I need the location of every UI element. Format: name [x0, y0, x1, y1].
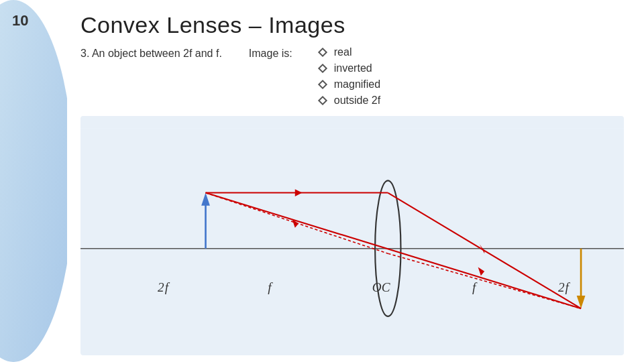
diamond-icon-outside2f [318, 96, 327, 105]
sidebar-background [0, 0, 67, 362]
diamond-icon-magnified [318, 80, 327, 89]
sidebar: 10 [0, 0, 67, 362]
bullet-inverted: inverted [319, 62, 380, 74]
svg-text:2: 2 [158, 280, 164, 294]
bullet-outside2f: outside 2f [319, 95, 380, 107]
diamond-icon-inverted [318, 64, 327, 73]
bullet-outside2f-label: outside 2f [334, 95, 380, 107]
bullet-magnified-label: magnified [334, 78, 380, 90]
diagram-container: 2 f f OC f 2 f [80, 116, 624, 355]
slide-number: 10 [12, 12, 28, 29]
svg-text:2: 2 [558, 280, 565, 294]
image-is-label: Image is: [249, 46, 292, 60]
subtitle-row: 3. An object between 2f and f. Image is:… [80, 46, 624, 107]
optics-diagram: 2 f f OC f 2 f [80, 116, 624, 355]
bullet-list: real inverted magnified outside 2f [319, 46, 380, 107]
main-content: Convex Lenses – Images 3. An object betw… [67, 0, 644, 362]
bullet-inverted-label: inverted [334, 62, 372, 74]
bullet-real-label: real [334, 46, 352, 58]
svg-text:OC: OC [372, 280, 390, 294]
bullet-real: real [319, 46, 380, 58]
page-title: Convex Lenses – Images [80, 12, 624, 38]
subtitle-text: 3. An object between 2f and f. [80, 46, 222, 60]
bullet-magnified: magnified [319, 78, 380, 90]
svg-rect-0 [80, 129, 624, 343]
diamond-icon-real [318, 48, 327, 57]
